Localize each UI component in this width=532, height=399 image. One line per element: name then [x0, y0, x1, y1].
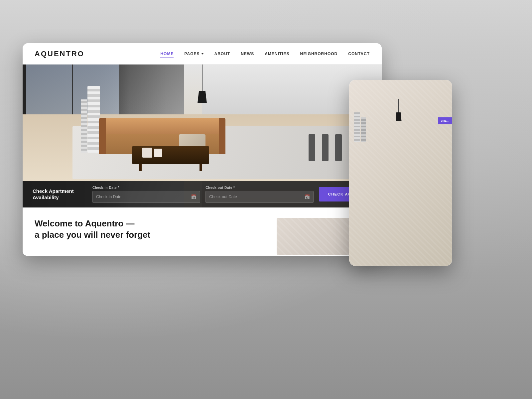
nav-contact[interactable]: CONTACT: [348, 52, 370, 56]
desktop-logo: AQUENTRO: [35, 50, 84, 58]
calendar-icon: 📅: [191, 194, 197, 200]
desktop-bottom-section: Welcome to Aquentro — a place you will n…: [23, 207, 382, 256]
desktop-avail-title: Check Apartment Availability: [33, 188, 86, 201]
mobile-mockup: AQUENTRO MENU CHE... Check Apartment Ava…: [349, 80, 452, 266]
mobile-hero-lamp: [396, 99, 402, 121]
nav-about[interactable]: ABOUT: [214, 52, 230, 56]
desktop-checkin-label: Check-in Date *: [92, 186, 200, 190]
desktop-checkin-placeholder: Check-in Date: [96, 195, 121, 199]
desktop-navbar: AQUENTRO HOME PAGES ABOUT NEWS AMENITIES…: [23, 43, 382, 65]
desktop-checkin-field: Check-in Date * Check-in Date 📅: [92, 186, 200, 203]
nav-pages[interactable]: PAGES: [184, 52, 203, 56]
desktop-hero: Check Apartment Availability Check-in Da…: [23, 65, 382, 207]
desktop-checkout-label: Check-out Date *: [205, 186, 313, 190]
desktop-checkout-placeholder: Check-out Date: [209, 195, 237, 199]
nav-neighborhood[interactable]: NEIGHBORHOOD: [300, 52, 338, 56]
mobile-bottom-image: [354, 235, 447, 266]
calendar-icon-2: 📅: [304, 194, 310, 200]
mobile-bottom-section: [349, 229, 452, 266]
desktop-checkout-field: Check-out Date * Check-out Date 📅: [205, 186, 313, 203]
desktop-avail-form: Check-in Date * Check-in Date 📅 Check-ou…: [92, 186, 372, 203]
nav-amenities[interactable]: AMENITIES: [265, 52, 289, 56]
desktop-availability-bar: Check Apartment Availability Check-in Da…: [23, 181, 382, 207]
desktop-checkin-input-wrap[interactable]: Check-in Date 📅: [92, 191, 200, 203]
mobile-hero-check-partial: CHE...: [438, 117, 452, 124]
desktop-mockup: AQUENTRO HOME PAGES ABOUT NEWS AMENITIES…: [23, 43, 382, 256]
chevron-down-icon: [201, 53, 204, 55]
nav-home[interactable]: HOME: [160, 52, 174, 56]
nav-news[interactable]: NEWS: [241, 52, 254, 56]
desktop-welcome-title: Welcome to Aquentro — a place you will n…: [35, 218, 263, 241]
desktop-nav-links: HOME PAGES ABOUT NEWS AMENITIES NEIGHBOR…: [160, 52, 370, 56]
desktop-checkout-input-wrap[interactable]: Check-out Date 📅: [205, 191, 313, 203]
desktop-welcome-text: Welcome to Aquentro — a place you will n…: [35, 218, 263, 245]
